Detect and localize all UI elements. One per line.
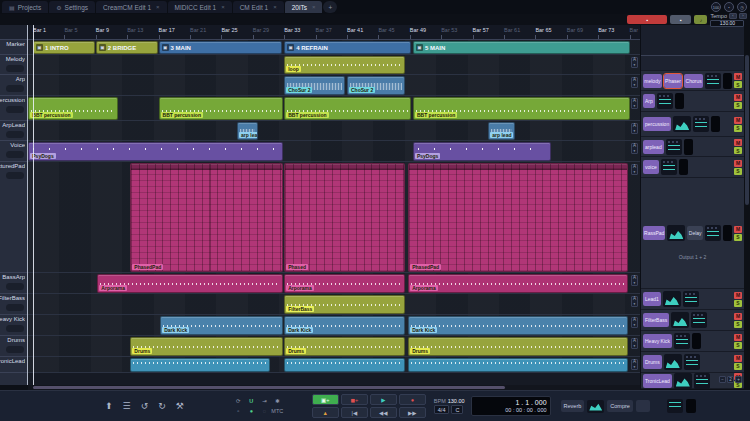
automation-button[interactable]: A▾ [631, 164, 638, 175]
clip-record-button[interactable]: ◼+ [341, 394, 368, 405]
track-lane-filterbass[interactable]: FilterBassA▾ [28, 294, 640, 315]
clip[interactable]: PsyDogs [28, 142, 282, 161]
level-meter[interactable] [666, 139, 682, 155]
clip[interactable]: arp lead [237, 122, 258, 140]
level-meter[interactable] [705, 225, 721, 241]
clip[interactable]: Dark Kick [408, 316, 628, 335]
zoom-out-button[interactable]: − [719, 376, 726, 383]
playhead-cursor[interactable] [33, 25, 34, 385]
track-lane-heavy-kick[interactable]: Dark KickDark KickDark KickA▾ [28, 315, 640, 336]
to-start-button[interactable]: |◀ [341, 407, 368, 418]
tracks-menu-icon[interactable]: ☰ [123, 401, 131, 411]
tab-creamcm-edit-1[interactable]: CreamCM Edit 1× [96, 1, 167, 13]
clip[interactable]: Drums [284, 337, 405, 356]
mute-button[interactable]: M [734, 160, 742, 167]
solo-button[interactable]: S [734, 168, 742, 175]
tempo-down-button[interactable]: ‹ [729, 13, 737, 19]
level-meter[interactable] [693, 116, 709, 132]
automation-button[interactable]: A▾ [631, 77, 638, 88]
mute-button[interactable]: M [734, 139, 742, 146]
play-button[interactable]: ▶ [370, 394, 397, 405]
track-lane-arp[interactable]: ChoSur 2ChoSur 2A▾ [28, 75, 640, 96]
track-header-bassarp[interactable]: BassArp [0, 273, 27, 294]
close-icon[interactable]: × [312, 4, 316, 10]
monitor-button[interactable]: ▪ [670, 15, 691, 24]
automation-button[interactable]: A▾ [631, 57, 638, 68]
solo-button[interactable]: S [734, 342, 742, 349]
clip[interactable]: ChoSur 2 [284, 76, 344, 95]
level-meter[interactable] [674, 333, 690, 349]
marker-clip[interactable]: ▣5 MAIN [413, 41, 630, 54]
level-meter[interactable] [684, 354, 700, 370]
mute-button[interactable]: M [734, 334, 742, 341]
clip[interactable] [130, 358, 270, 372]
level-meter[interactable] [657, 93, 673, 109]
synth-plugin-icon[interactable] [673, 116, 691, 132]
synth-plugin-icon[interactable] [663, 291, 681, 307]
master-synth-icon[interactable] [587, 400, 604, 413]
plugin-button-phaser[interactable]: Phaser [664, 74, 683, 88]
level-meter[interactable] [705, 73, 721, 89]
plugin-button-delay[interactable]: Delay [687, 226, 703, 240]
position-display[interactable]: 1 . 1 . 000 00 : 00 : 00 . 000 [471, 396, 551, 416]
clip[interactable]: Arporama [97, 274, 282, 293]
plugin-button-lead1[interactable]: Lead1 [643, 292, 661, 306]
clip[interactable]: Phased [284, 163, 405, 272]
loop-record-button[interactable]: ▣+ [312, 394, 339, 405]
clip[interactable]: loop [284, 56, 405, 74]
track-lane-texturedpad[interactable]: PhasedPadPhasedPhasedPadA▾ [28, 162, 640, 273]
redo-icon[interactable]: ↻ [158, 401, 166, 411]
master-plugin-compressor[interactable]: Compre [607, 400, 633, 412]
marker-clip[interactable]: ▣1 INTRO [33, 41, 95, 54]
sync-icon[interactable]: ◌ [258, 406, 271, 416]
clip[interactable]: Drums [130, 337, 282, 356]
safe-icon[interactable]: ▫ [232, 406, 245, 416]
solo-button[interactable]: S [734, 363, 742, 370]
automation-button[interactable]: A▾ [631, 359, 638, 370]
plugin-button-melody[interactable]: melody [643, 74, 662, 88]
mute-button[interactable]: M [734, 313, 742, 320]
timeline-ruler[interactable]: Bar 1Bar 5Bar 9Bar 13Bar 17Bar 21Bar 25B… [28, 25, 640, 40]
clock-badge[interactable]: ◷ [737, 2, 747, 12]
zoom-in-button[interactable]: + [735, 376, 742, 383]
clip[interactable]: Drums [408, 337, 628, 356]
tab-cm-edit-1[interactable]: CM Edit 1× [233, 1, 284, 13]
synth-plugin-icon[interactable] [671, 312, 689, 328]
follow-icon[interactable]: ⇥ [258, 396, 271, 406]
volume-fader[interactable] [675, 93, 684, 109]
plugin-button-arp[interactable]: Arp [643, 94, 655, 108]
track-header-melody[interactable]: Melody [0, 55, 27, 75]
volume-fader[interactable] [723, 73, 732, 89]
tab-projects[interactable]: ▤Projects [2, 1, 48, 13]
volume-fader[interactable] [711, 116, 720, 132]
track-header-drums[interactable]: Drums [0, 336, 27, 357]
bpm-value[interactable]: 130.00 [448, 398, 465, 404]
key-indicator[interactable]: C [451, 405, 463, 414]
plugin-button-arplead[interactable]: arplead [643, 140, 664, 154]
new-tab-button[interactable]: + [323, 1, 337, 13]
metronome-button[interactable]: ♪ [694, 15, 707, 24]
solo-button[interactable]: S [734, 147, 742, 154]
forward-button[interactable]: ▶▶ [399, 407, 426, 418]
automation-button[interactable]: A▾ [631, 123, 638, 134]
track-header-voice[interactable]: Voice [0, 141, 27, 162]
track-lane-drums[interactable]: DrumsDrumsDrumsA▾ [28, 336, 640, 357]
master-level-meter[interactable] [667, 399, 683, 413]
tab-settings[interactable]: ⚙Settings [49, 1, 95, 13]
clip[interactable]: Dark Kick [160, 316, 282, 335]
master-plugin-empty[interactable] [636, 400, 650, 412]
cycle-icon[interactable]: ⟳ [232, 396, 245, 406]
record-button[interactable]: ● [399, 394, 426, 405]
clip[interactable]: PhasedPad [130, 163, 282, 272]
info-badge[interactable]: • [724, 2, 734, 12]
automation-button[interactable]: A▾ [631, 275, 638, 286]
solo-button[interactable]: S [734, 321, 742, 328]
plugin-button-heavy-kick[interactable]: Heavy Kick [643, 334, 672, 348]
plugin-button-percussion[interactable]: percussion [643, 117, 671, 131]
synth-plugin-icon[interactable] [674, 373, 692, 389]
arrangement-area[interactable]: Bar 1Bar 5Bar 9Bar 13Bar 17Bar 21Bar 25B… [28, 25, 640, 385]
tab-midicc-edit-1[interactable]: MIDICC Edit 1× [168, 1, 232, 13]
import-icon[interactable]: ⬆ [105, 401, 113, 411]
clip[interactable]: PhasedPad [408, 163, 628, 272]
cpu-meter-badge[interactable]: 100 [711, 2, 721, 12]
